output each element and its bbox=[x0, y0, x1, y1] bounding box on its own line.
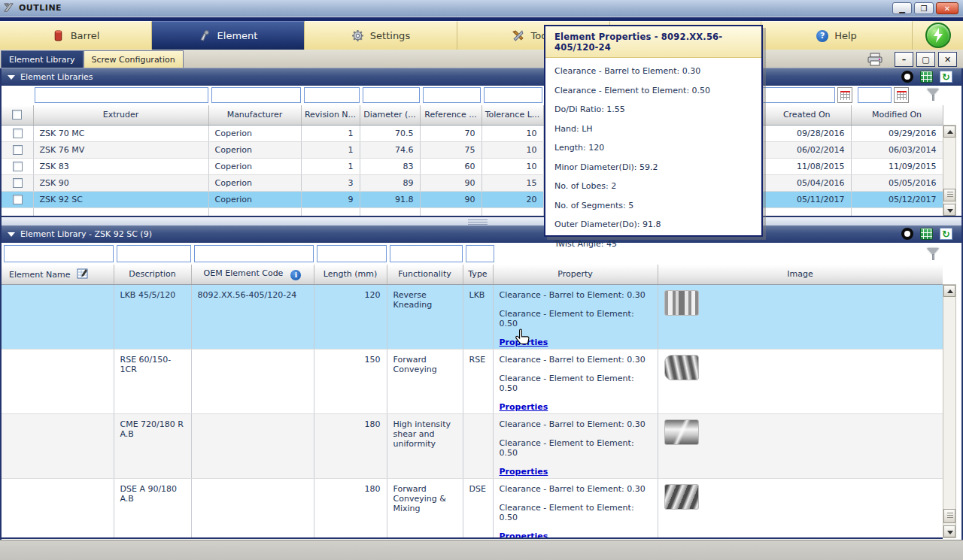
filter-diameter-input[interactable] bbox=[363, 87, 420, 103]
extruder-table-header-row: Extruder Manufacturer Revision N... Diam… bbox=[2, 105, 943, 125]
filter-revision-input[interactable] bbox=[304, 87, 360, 103]
window-minimize-button[interactable]: ▁ bbox=[892, 2, 912, 14]
scroll-thumb[interactable] bbox=[943, 509, 955, 523]
tab-barrel[interactable]: Barrel bbox=[0, 21, 152, 50]
scroll-up-button[interactable] bbox=[943, 126, 955, 138]
scroll-down-button[interactable] bbox=[943, 525, 955, 537]
col-diameter[interactable]: Diameter (... bbox=[360, 105, 420, 125]
filter-funnel-icon[interactable] bbox=[926, 247, 941, 261]
filter-type-input[interactable] bbox=[466, 245, 494, 262]
scroll-down-button[interactable] bbox=[943, 204, 955, 216]
col-reference[interactable]: Reference ... bbox=[420, 105, 482, 125]
element-icon bbox=[199, 29, 211, 42]
col-oem-code[interactable]: OEM Element Codei bbox=[191, 265, 314, 284]
table1-scrollbar[interactable] bbox=[943, 125, 956, 216]
window-title: OUTLINE bbox=[19, 3, 62, 13]
element-row-selected[interactable]: LKB 45/5/120 8092.XX.56-405/120-24 120 R… bbox=[2, 284, 943, 349]
col-tolerance[interactable]: Tolerance L... bbox=[482, 105, 543, 125]
tab-label: Help bbox=[834, 30, 857, 41]
row-checkbox[interactable] bbox=[13, 145, 23, 155]
col-property[interactable]: Property bbox=[493, 265, 658, 284]
row-checkbox[interactable] bbox=[13, 195, 23, 204]
extruder-row[interactable]: ZSK 70 MCCoperion 170.5 7010 09/28/20160… bbox=[2, 125, 943, 141]
filter-funnel-icon[interactable] bbox=[926, 88, 941, 101]
filter-functionality-input[interactable] bbox=[390, 245, 463, 262]
col-element-name[interactable]: Element Name bbox=[2, 265, 114, 284]
inner-maximize-button[interactable]: ▢ bbox=[916, 52, 935, 67]
row-checkbox[interactable] bbox=[13, 178, 23, 188]
properties-link[interactable]: Properties bbox=[500, 402, 548, 412]
tooltip-title: Element Properties - 8092.XX.56-405/120-… bbox=[545, 26, 761, 58]
tooltip-item: No. of Lobes: 2 bbox=[554, 181, 752, 191]
window-close-button[interactable]: ✕ bbox=[936, 2, 958, 14]
extruder-row[interactable]: ZSK 83Coperion 183 6010 11/08/201511/09/… bbox=[2, 158, 943, 174]
col-created-on[interactable]: Created On bbox=[763, 105, 851, 125]
panel-splitter[interactable] bbox=[2, 216, 961, 226]
edit-columns-icon[interactable] bbox=[77, 268, 89, 280]
calendar-picker-icon[interactable] bbox=[837, 87, 852, 103]
col-revision[interactable]: Revision N... bbox=[301, 105, 360, 125]
subtab-label: Element Library bbox=[9, 55, 75, 65]
element-row[interactable]: CME 720/180 R A.B 180 High intensity she… bbox=[2, 413, 943, 478]
subtab-element-library[interactable]: Element Library bbox=[1, 50, 84, 68]
inner-close-button[interactable]: ✕ bbox=[938, 52, 957, 67]
barrel-icon bbox=[52, 29, 65, 42]
filter-oem-code-input[interactable] bbox=[194, 245, 314, 262]
filter-extruder-input[interactable] bbox=[35, 87, 208, 103]
excel-export-icon[interactable] bbox=[920, 228, 933, 240]
element-row[interactable]: RSE 60/150-1CR 150 Forward Conveying RSE… bbox=[2, 349, 943, 413]
scroll-up-button[interactable] bbox=[943, 285, 955, 297]
tools-icon bbox=[512, 29, 524, 42]
filter-reference-input[interactable] bbox=[423, 87, 481, 103]
refresh-icon[interactable]: ↻ bbox=[940, 228, 952, 240]
collapse-triangle-icon[interactable] bbox=[8, 75, 15, 80]
col-description[interactable]: Description bbox=[114, 265, 191, 284]
col-extruder[interactable]: Extruder bbox=[33, 105, 208, 125]
extruder-row[interactable]: ZSK 76 MVCoperion 174.6 7510 06/02/20140… bbox=[2, 141, 943, 158]
extruder-row[interactable]: ZSK 90Coperion 389 9015 05/04/201605/05/… bbox=[2, 174, 943, 191]
info-icon[interactable]: i bbox=[290, 270, 301, 280]
print-button[interactable] bbox=[865, 52, 885, 67]
ring-icon[interactable] bbox=[901, 228, 913, 240]
tab-settings[interactable]: Settings bbox=[305, 21, 457, 50]
hand-pointer-cursor-icon bbox=[514, 328, 532, 348]
run-button-slot bbox=[913, 21, 963, 50]
col-functionality[interactable]: Functionality bbox=[387, 265, 463, 284]
tooltip-item: Length: 120 bbox=[554, 143, 752, 153]
row-checkbox[interactable] bbox=[13, 162, 23, 171]
filter-description-input[interactable] bbox=[117, 245, 191, 262]
subtab-screw-configuration[interactable]: Screw Configuration bbox=[84, 50, 184, 68]
col-length[interactable]: Length (mm) bbox=[314, 265, 387, 284]
ring-icon[interactable] bbox=[901, 71, 913, 83]
tab-element[interactable]: Element bbox=[152, 21, 305, 50]
select-all-checkbox[interactable] bbox=[12, 110, 22, 120]
scroll-thumb[interactable] bbox=[943, 189, 955, 201]
app-window: OUTLINE ▁ ❐ ✕ Barrel Element bbox=[0, 0, 963, 560]
properties-link[interactable]: Properties bbox=[500, 467, 548, 477]
properties-link[interactable]: Properties bbox=[500, 531, 548, 540]
col-type[interactable]: Type bbox=[463, 265, 493, 284]
window-restore-button[interactable]: ❐ bbox=[914, 2, 934, 14]
tab-help[interactable]: ? Help bbox=[761, 21, 913, 50]
filter-modified-on-input[interactable] bbox=[858, 87, 892, 103]
calendar-picker-icon[interactable] bbox=[894, 87, 909, 103]
filter-tolerance-input[interactable] bbox=[484, 87, 542, 103]
refresh-icon[interactable]: ↻ bbox=[940, 71, 952, 83]
row-checkbox[interactable] bbox=[13, 129, 23, 138]
col-modified-on[interactable]: Modified On bbox=[851, 105, 943, 125]
filter-manufacturer-input[interactable] bbox=[211, 87, 301, 103]
col-manufacturer[interactable]: Manufacturer bbox=[208, 105, 301, 125]
filter-length-input[interactable] bbox=[317, 245, 387, 262]
printer-icon bbox=[867, 53, 882, 66]
filter-element-name-input[interactable] bbox=[4, 245, 114, 262]
excel-export-icon[interactable] bbox=[920, 71, 933, 83]
extruder-row-selected[interactable]: ZSK 92 SCCoperion 991.8 9020 05/11/20170… bbox=[2, 191, 943, 207]
title-bar: OUTLINE ▁ ❐ ✕ bbox=[0, 0, 963, 17]
inner-minimize-button[interactable]: – bbox=[895, 52, 913, 67]
element-row[interactable]: DSE A 90/180 A.B 180 Forward Conveying &… bbox=[2, 478, 943, 539]
col-image[interactable]: Image bbox=[658, 265, 943, 284]
run-button[interactable] bbox=[925, 23, 951, 48]
collapse-triangle-icon[interactable] bbox=[8, 232, 15, 237]
tab-label: Barrel bbox=[71, 30, 100, 41]
table2-scrollbar[interactable] bbox=[943, 284, 956, 538]
